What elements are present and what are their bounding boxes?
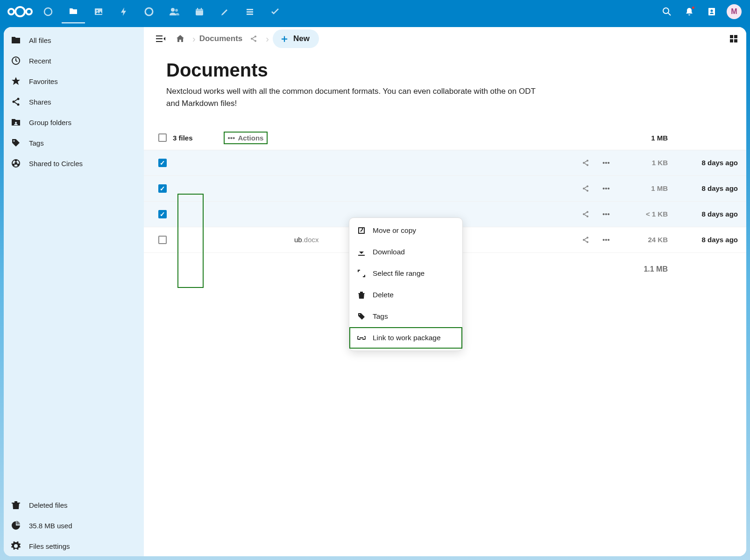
row-checkbox[interactable] [158,236,167,244]
app-dashboard-icon[interactable] [36,0,60,23]
svg-point-28 [18,164,19,166]
svg-rect-31 [156,38,163,39]
plus-icon: ＋ [279,34,290,44]
folder-hero: Documents Nextcloud works well with all … [144,50,746,116]
svg-point-0 [15,7,25,16]
file-count-label: 3 files [173,134,481,142]
sidebar-item-shared-circles[interactable]: Shared to Circles [4,153,144,174]
share-icon[interactable] [575,236,596,244]
row-checkbox[interactable] [158,210,167,218]
app-deck-icon[interactable] [238,0,262,23]
folder-title: Documents [166,60,724,81]
app-body: All files Recent Favorites Shares Group … [4,27,746,556]
row-more-icon[interactable]: ••• [596,236,616,244]
action-move-copy[interactable]: Move or copy [349,220,462,241]
app-talk-icon[interactable] [137,0,161,23]
svg-rect-15 [247,14,253,15]
view-toggle-icon[interactable] [729,35,738,43]
app-contacts-icon[interactable] [163,0,186,23]
user-menu[interactable]: M [724,1,744,22]
row-more-icon[interactable]: ••• [596,210,616,218]
app-calendar-icon[interactable] [188,0,211,23]
svg-rect-30 [156,35,163,36]
sidebar-item-shares[interactable]: Shares [4,91,144,112]
group-folder-icon [10,118,21,126]
actions-button[interactable]: ••• Actions [224,132,268,144]
home-icon[interactable] [172,30,189,47]
new-button[interactable]: ＋ New [273,29,319,48]
file-row[interactable]: ••• 1 KB 8 days ago [144,150,746,176]
app-notes-icon[interactable] [213,0,236,23]
share-icon[interactable] [575,185,596,192]
svg-point-18 [711,10,713,12]
sidebar-item-recent[interactable]: Recent [4,50,144,71]
svg-rect-39 [734,39,737,42]
file-modified: 8 days ago [668,236,738,244]
toggle-sidebar-icon[interactable] [152,30,169,47]
notifications-icon[interactable] [679,1,700,22]
quota-icon [10,521,21,530]
contacts-menu-icon[interactable] [701,1,722,22]
share-icon [10,97,21,106]
action-link-work-package[interactable]: Link to work package [349,327,462,349]
row-checkbox[interactable] [158,159,167,167]
search-icon[interactable] [657,1,677,22]
select-all-checkbox[interactable] [158,133,167,142]
sidebar-label: 35.8 MB used [29,522,72,530]
sidebar-item-group-folders[interactable]: Group folders [4,112,144,133]
breadcrumb-current[interactable]: Documents [199,34,243,43]
row-checkbox[interactable] [158,184,167,193]
app-tasks-icon[interactable] [263,0,287,23]
tag-icon [357,313,366,320]
action-tags[interactable]: Tags [349,306,462,327]
app-activity-icon[interactable] [112,0,135,23]
app-files-icon[interactable] [62,0,85,23]
svg-point-8 [175,9,178,12]
clock-icon [10,56,21,65]
sidebar-label: Shares [29,98,51,106]
action-delete[interactable]: Delete [349,284,462,306]
svg-point-1 [8,9,14,14]
svg-rect-37 [734,35,737,38]
row-more-icon[interactable]: ••• [596,184,616,192]
sidebar-deleted-files[interactable]: Deleted files [4,495,144,515]
select-range-icon [357,270,366,277]
download-icon [357,248,366,256]
chevron-right-icon: › [192,34,196,44]
avatar[interactable]: M [727,4,742,19]
file-size: 1 KB [616,159,668,167]
svg-point-24 [14,140,15,142]
sidebar-item-all-files[interactable]: All files [4,30,144,50]
svg-rect-12 [201,8,202,10]
file-row[interactable]: ••• 1 MB 8 days ago [144,176,746,202]
sidebar-item-tags[interactable]: Tags [4,133,144,153]
size-header[interactable]: 1 MB [616,134,668,142]
file-size: < 1 KB [616,210,668,218]
svg-point-53 [359,314,360,315]
app-photos-icon[interactable] [87,0,110,23]
svg-point-6 [145,8,153,15]
sidebar-label: Shared to Circles [29,160,83,168]
nextcloud-logo[interactable] [6,4,35,19]
share-icon[interactable] [575,210,596,218]
sidebar-files-settings[interactable]: Files settings [4,536,144,556]
action-select-range[interactable]: Select file range [349,263,462,284]
svg-rect-10 [196,9,203,11]
sidebar-label: Recent [29,57,51,65]
svg-point-16 [663,8,669,14]
file-modified: 8 days ago [668,210,738,218]
share-breadcrumb-icon[interactable] [245,30,262,47]
sidebar-label: Tags [29,139,44,147]
sidebar-item-favorites[interactable]: Favorites [4,71,144,91]
svg-point-23 [15,122,17,124]
row-more-icon[interactable]: ••• [596,159,616,167]
sidebar-quota[interactable]: 35.8 MB used [4,515,144,536]
link-icon [357,336,366,340]
action-download[interactable]: Download [349,241,462,263]
svg-point-27 [15,160,17,161]
svg-rect-38 [730,39,733,42]
trash-icon [10,500,21,510]
share-icon[interactable] [575,159,596,167]
svg-rect-32 [156,41,163,42]
table-header: 3 files ••• Actions 1 MB [144,126,746,150]
